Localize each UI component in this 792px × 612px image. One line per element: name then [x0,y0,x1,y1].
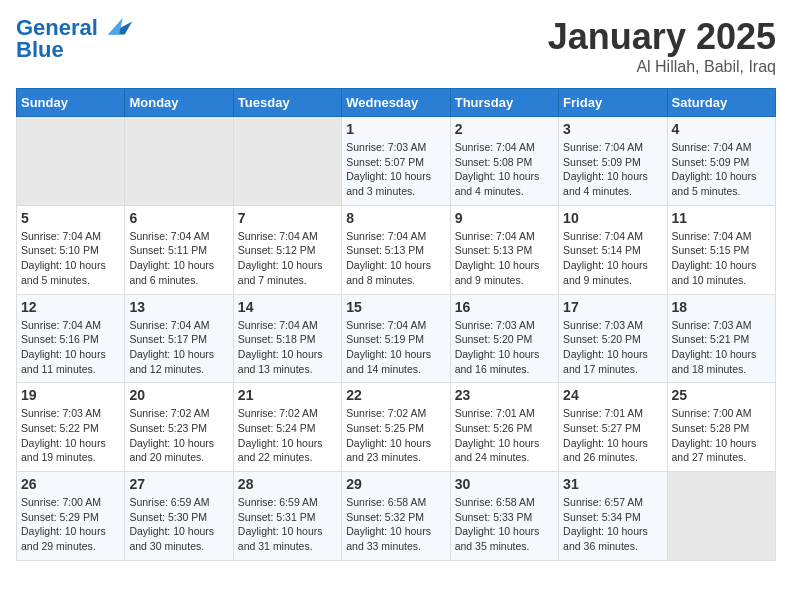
sunrise-text: Sunrise: 7:04 AM [129,319,209,331]
day-number: 13 [129,299,228,315]
calendar-table: Sunday Monday Tuesday Wednesday Thursday… [16,88,776,561]
sunset-text: Sunset: 5:30 PM [129,511,207,523]
sunset-text: Sunset: 5:24 PM [238,422,316,434]
day-number: 15 [346,299,445,315]
day-number: 18 [672,299,771,315]
page-header: General Blue January 2025 Al Hillah, Bab… [16,16,776,76]
sunset-text: Sunset: 5:29 PM [21,511,99,523]
daylight-text: Daylight: 10 hours and 9 minutes. [563,259,648,286]
sunrise-text: Sunrise: 7:02 AM [129,407,209,419]
table-row: 5 Sunrise: 7:04 AM Sunset: 5:10 PM Dayli… [17,205,125,294]
calendar-row-3: 19 Sunrise: 7:03 AM Sunset: 5:22 PM Dayl… [17,383,776,472]
main-title: January 2025 [548,16,776,58]
table-row [667,472,775,561]
sunset-text: Sunset: 5:21 PM [672,333,750,345]
sunrise-text: Sunrise: 7:04 AM [563,230,643,242]
sunrise-text: Sunrise: 7:03 AM [346,141,426,153]
sunrise-text: Sunrise: 7:02 AM [346,407,426,419]
day-number: 7 [238,210,337,226]
sunrise-text: Sunrise: 6:59 AM [238,496,318,508]
table-row: 1 Sunrise: 7:03 AM Sunset: 5:07 PM Dayli… [342,117,450,206]
col-sunday: Sunday [17,89,125,117]
day-number: 2 [455,121,554,137]
daylight-text: Daylight: 10 hours and 29 minutes. [21,525,106,552]
day-number: 16 [455,299,554,315]
sunset-text: Sunset: 5:13 PM [346,244,424,256]
daylight-text: Daylight: 10 hours and 10 minutes. [672,259,757,286]
sunset-text: Sunset: 5:20 PM [455,333,533,345]
logo: General Blue [16,16,134,63]
sunrise-text: Sunrise: 6:57 AM [563,496,643,508]
table-row: 25 Sunrise: 7:00 AM Sunset: 5:28 PM Dayl… [667,383,775,472]
sunset-text: Sunset: 5:10 PM [21,244,99,256]
table-row: 15 Sunrise: 7:04 AM Sunset: 5:19 PM Dayl… [342,294,450,383]
day-number: 10 [563,210,662,226]
day-number: 24 [563,387,662,403]
table-row: 19 Sunrise: 7:03 AM Sunset: 5:22 PM Dayl… [17,383,125,472]
table-row: 21 Sunrise: 7:02 AM Sunset: 5:24 PM Dayl… [233,383,341,472]
sunrise-text: Sunrise: 7:00 AM [672,407,752,419]
daylight-text: Daylight: 10 hours and 19 minutes. [21,437,106,464]
table-row: 22 Sunrise: 7:02 AM Sunset: 5:25 PM Dayl… [342,383,450,472]
daylight-text: Daylight: 10 hours and 27 minutes. [672,437,757,464]
daylight-text: Daylight: 10 hours and 26 minutes. [563,437,648,464]
daylight-text: Daylight: 10 hours and 17 minutes. [563,348,648,375]
sunset-text: Sunset: 5:22 PM [21,422,99,434]
day-number: 9 [455,210,554,226]
day-number: 11 [672,210,771,226]
sunset-text: Sunset: 5:11 PM [129,244,207,256]
daylight-text: Daylight: 10 hours and 11 minutes. [21,348,106,375]
day-number: 17 [563,299,662,315]
sunset-text: Sunset: 5:27 PM [563,422,641,434]
table-row: 8 Sunrise: 7:04 AM Sunset: 5:13 PM Dayli… [342,205,450,294]
table-row: 18 Sunrise: 7:03 AM Sunset: 5:21 PM Dayl… [667,294,775,383]
table-row: 6 Sunrise: 7:04 AM Sunset: 5:11 PM Dayli… [125,205,233,294]
sunset-text: Sunset: 5:08 PM [455,156,533,168]
day-number: 23 [455,387,554,403]
day-number: 27 [129,476,228,492]
sub-title: Al Hillah, Babil, Iraq [548,58,776,76]
daylight-text: Daylight: 10 hours and 7 minutes. [238,259,323,286]
day-number: 8 [346,210,445,226]
day-number: 22 [346,387,445,403]
col-thursday: Thursday [450,89,558,117]
daylight-text: Daylight: 10 hours and 4 minutes. [563,170,648,197]
sunrise-text: Sunrise: 7:04 AM [21,230,101,242]
sunset-text: Sunset: 5:19 PM [346,333,424,345]
col-tuesday: Tuesday [233,89,341,117]
day-number: 14 [238,299,337,315]
daylight-text: Daylight: 10 hours and 24 minutes. [455,437,540,464]
daylight-text: Daylight: 10 hours and 12 minutes. [129,348,214,375]
daylight-text: Daylight: 10 hours and 5 minutes. [21,259,106,286]
daylight-text: Daylight: 10 hours and 22 minutes. [238,437,323,464]
table-row: 4 Sunrise: 7:04 AM Sunset: 5:09 PM Dayli… [667,117,775,206]
sunrise-text: Sunrise: 7:03 AM [563,319,643,331]
day-number: 4 [672,121,771,137]
sunset-text: Sunset: 5:12 PM [238,244,316,256]
table-row: 17 Sunrise: 7:03 AM Sunset: 5:20 PM Dayl… [559,294,667,383]
table-row: 29 Sunrise: 6:58 AM Sunset: 5:32 PM Dayl… [342,472,450,561]
sunset-text: Sunset: 5:25 PM [346,422,424,434]
daylight-text: Daylight: 10 hours and 4 minutes. [455,170,540,197]
calendar-header-row: Sunday Monday Tuesday Wednesday Thursday… [17,89,776,117]
sunrise-text: Sunrise: 7:01 AM [455,407,535,419]
sunset-text: Sunset: 5:16 PM [21,333,99,345]
sunrise-text: Sunrise: 7:04 AM [672,141,752,153]
calendar-row-0: 1 Sunrise: 7:03 AM Sunset: 5:07 PM Dayli… [17,117,776,206]
day-number: 29 [346,476,445,492]
table-row: 27 Sunrise: 6:59 AM Sunset: 5:30 PM Dayl… [125,472,233,561]
daylight-text: Daylight: 10 hours and 8 minutes. [346,259,431,286]
daylight-text: Daylight: 10 hours and 33 minutes. [346,525,431,552]
daylight-text: Daylight: 10 hours and 23 minutes. [346,437,431,464]
table-row: 7 Sunrise: 7:04 AM Sunset: 5:12 PM Dayli… [233,205,341,294]
sunrise-text: Sunrise: 7:00 AM [21,496,101,508]
day-number: 19 [21,387,120,403]
table-row: 30 Sunrise: 6:58 AM Sunset: 5:33 PM Dayl… [450,472,558,561]
sunset-text: Sunset: 5:14 PM [563,244,641,256]
daylight-text: Daylight: 10 hours and 3 minutes. [346,170,431,197]
sunrise-text: Sunrise: 7:02 AM [238,407,318,419]
sunset-text: Sunset: 5:13 PM [455,244,533,256]
sunrise-text: Sunrise: 7:04 AM [129,230,209,242]
daylight-text: Daylight: 10 hours and 36 minutes. [563,525,648,552]
sunrise-text: Sunrise: 7:04 AM [238,230,318,242]
